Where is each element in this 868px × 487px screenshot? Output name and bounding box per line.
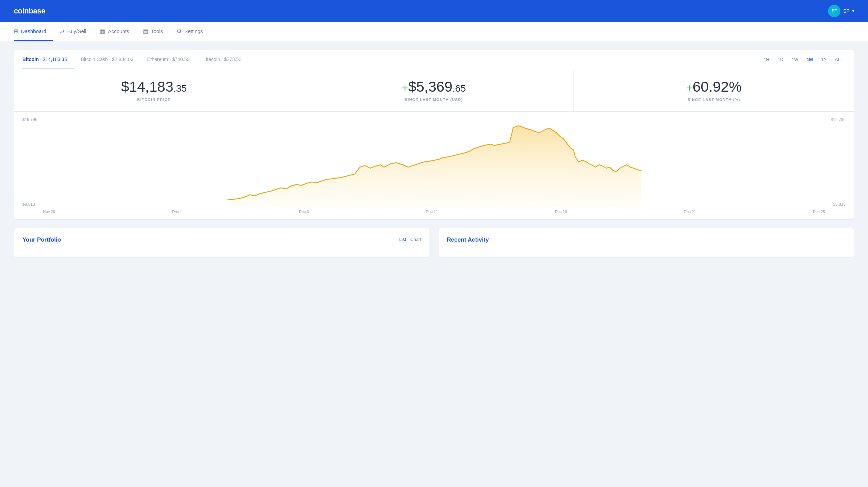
price-chart-card: Bitcoin · $14,183.35 Bitcoin Cash · $2,8… (14, 50, 854, 220)
view-chart-button[interactable]: Chart (410, 237, 421, 243)
recent-activity-header: Recent Activity (447, 236, 846, 243)
view-list-button[interactable]: List (399, 237, 406, 243)
stat-price-value: $14,183.35 (22, 79, 286, 95)
y-max-label-right: $19,796 (826, 117, 846, 122)
recent-activity-card: Recent Activity (438, 228, 854, 257)
stat-bitcoin-price: $14,183.35 BITCOIN PRICE (14, 69, 294, 111)
chevron-down-icon: ▾ (852, 9, 854, 13)
main-content: Bitcoin · $14,183.35 Bitcoin Cash · $2,8… (0, 41, 868, 266)
x-label-dec1: Dec 1 (172, 210, 182, 214)
tab-settings-label: Settings (184, 28, 203, 34)
x-label-dec25: Dec 25 (813, 210, 825, 214)
price-chart-svg (43, 117, 825, 207)
chart-area: $19,796 $8,813 $19,796 $8,813 (14, 112, 854, 219)
accounts-icon: ▦ (100, 28, 105, 34)
tab-settings[interactable]: ⚙ Settings (170, 22, 210, 41)
stat-change-usd-label: SINCE LAST MONTH (USD) (302, 98, 566, 102)
currency-tab-eth[interactable]: Ethereum · $740.50 (140, 50, 196, 69)
x-label-dec21: Dec 21 (684, 210, 696, 214)
stat-change-usd: +$5,369.65 SINCE LAST MONTH (USD) (294, 69, 574, 111)
x-axis-labels: Nov 26 Dec 1 Dec 6 Dec 11 Dec 16 Dec 21 … (43, 210, 825, 214)
x-label-dec11: Dec 11 (426, 210, 438, 214)
time-filter-1h[interactable]: 1H (761, 55, 772, 63)
recent-activity-title: Recent Activity (447, 236, 489, 243)
stat-change-pct: +60.92% SINCE LAST MONTH (%) (574, 69, 854, 111)
time-filter-1m[interactable]: 1M (804, 55, 816, 63)
ltc-ticker: Litecoin (203, 57, 220, 62)
tab-buysell-label: Buy/Sell (67, 28, 86, 34)
y-min-label: $8,813 (22, 202, 42, 207)
currency-tab-bch[interactable]: Bitcoin Cash · $2,834.03 (74, 50, 140, 69)
x-label-dec6: Dec 6 (299, 210, 309, 214)
tab-dashboard[interactable]: ⊞ Dashboard (14, 22, 53, 41)
x-label-dec16: Dec 16 (555, 210, 567, 214)
btc-ticker: Bitcoin (22, 57, 39, 62)
time-filters: 1H 1D 1W 1M 1Y ALL (761, 55, 846, 63)
portfolio-card: Your Portfolio List Chart (14, 228, 430, 257)
time-filter-1d[interactable]: 1D (775, 55, 786, 63)
stat-change-pct-value: +60.92% (582, 79, 846, 95)
brand-logo: coinbase (14, 7, 45, 16)
tab-tools-label: Tools (151, 28, 163, 34)
avatar: SF (828, 5, 840, 17)
y-min-label-right: $8,813 (826, 202, 846, 207)
eth-ticker: Ethereum (147, 57, 168, 62)
bch-price: $2,834.03 (112, 57, 133, 62)
nav-tabs-bar: ⊞ Dashboard ⇄ Buy/Sell ▦ Accounts ▤ Tool… (0, 22, 868, 41)
buysell-icon: ⇄ (60, 28, 64, 34)
tab-dashboard-label: Dashboard (21, 28, 46, 34)
portfolio-card-header: Your Portfolio List Chart (22, 236, 421, 243)
tab-accounts-label: Accounts (108, 28, 129, 34)
tools-icon: ▤ (143, 28, 148, 34)
currency-tabs-bar: Bitcoin · $14,183.35 Bitcoin Cash · $2,8… (14, 50, 854, 69)
currency-tab-ltc[interactable]: Litecoin · $273.53 (196, 50, 248, 69)
portfolio-title: Your Portfolio (22, 236, 61, 243)
stat-price-label: BITCOIN PRICE (22, 98, 286, 102)
tab-tools[interactable]: ▤ Tools (136, 22, 170, 41)
stat-change-pct-label: SINCE LAST MONTH (%) (582, 98, 846, 102)
time-filter-1y[interactable]: 1Y (818, 55, 829, 63)
settings-icon: ⚙ (177, 28, 182, 34)
tab-accounts[interactable]: ▦ Accounts (93, 22, 136, 41)
user-label: SF (843, 8, 849, 14)
y-max-label: $19,796 (22, 117, 42, 122)
x-label-nov26: Nov 26 (43, 210, 55, 214)
btc-price: $14,183.35 (43, 57, 67, 62)
navbar: coinbase SF SF ▾ (0, 0, 868, 22)
ltc-price: $273.53 (224, 57, 242, 62)
currency-tab-btc[interactable]: Bitcoin · $14,183.35 (22, 50, 74, 69)
currency-tabs-left: Bitcoin · $14,183.35 Bitcoin Cash · $2,8… (22, 50, 248, 69)
stats-row: $14,183.35 BITCOIN PRICE +$5,369.65 SINC… (14, 69, 854, 112)
portfolio-view-toggle: List Chart (399, 237, 421, 243)
bch-ticker: Bitcoin Cash (81, 57, 108, 62)
time-filter-1w[interactable]: 1W (789, 55, 801, 63)
stat-change-usd-value: +$5,369.65 (302, 79, 566, 95)
tab-buysell[interactable]: ⇄ Buy/Sell (53, 22, 93, 41)
user-menu[interactable]: SF SF ▾ (828, 5, 854, 17)
bottom-row: Your Portfolio List Chart Recent Activit… (14, 228, 854, 257)
dashboard-icon: ⊞ (14, 28, 18, 34)
chart-area-fill (227, 126, 641, 207)
time-filter-all[interactable]: ALL (832, 55, 846, 63)
btc-separator: · (40, 57, 41, 62)
eth-price: $740.50 (172, 57, 190, 62)
